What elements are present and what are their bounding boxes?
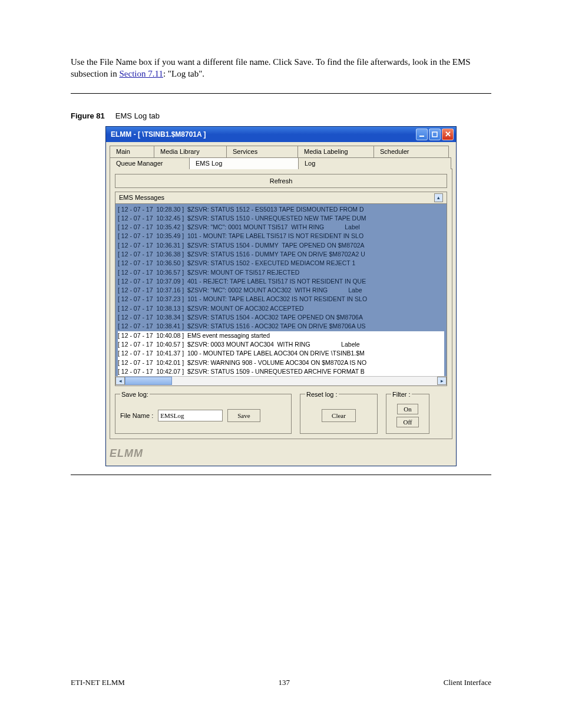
footer-page: 137: [279, 678, 290, 687]
log-line[interactable]: [ 12 - 07 - 17 10:41.37 ] 100 - MOUNTED …: [118, 349, 444, 358]
filter-on-button[interactable]: On: [397, 404, 418, 414]
filter-off-button[interactable]: Off: [396, 417, 418, 427]
log-line[interactable]: [ 12 - 07 - 17 10:37.23 ] 101 - MOUNT: T…: [118, 295, 444, 304]
tab-ems-log[interactable]: EMS Log: [189, 157, 299, 169]
log-line[interactable]: [ 12 - 07 - 17 10:42.07 ] $ZSVR: STATUS …: [118, 367, 444, 376]
tab-scheduler[interactable]: Scheduler: [373, 146, 449, 157]
tab-log[interactable]: Log: [298, 157, 451, 169]
filter-legend: Filter :: [391, 391, 412, 398]
log-line[interactable]: [ 12 - 07 - 17 10:37.16 ] $ZSVR: "MC": 0…: [118, 286, 444, 295]
figure-title: EMS Log tab: [115, 111, 160, 120]
brand-label: ELMM: [110, 447, 452, 460]
minimize-icon: [419, 131, 425, 137]
filename-label: File Name :: [120, 412, 153, 419]
log-line[interactable]: [ 12 - 07 - 17 10:32.45 ] $ZSVR: STATUS …: [118, 214, 444, 223]
log-line[interactable]: [ 12 - 07 - 17 10:42.01 ] $ZSVR: WARNING…: [118, 358, 444, 367]
log-header-label: EMS Messages: [119, 194, 164, 201]
scroll-right-button[interactable]: ▸: [437, 377, 447, 385]
log-line[interactable]: [ 12 - 07 - 17 10:40.08 ] EMS event mess…: [118, 331, 444, 340]
reset-log-legend: Reset log :: [305, 391, 339, 398]
log-line[interactable]: [ 12 - 07 - 17 10:36.31 ] $ZSVR: STATUS …: [118, 241, 444, 250]
intro-paragraph: Use the File Name box if you want a diff…: [71, 56, 491, 80]
chevron-left-icon: ◂: [119, 378, 122, 384]
window-title: ELMM - [ \TSINB1.$M8701A ]: [111, 130, 415, 139]
tabs-row-1: Main Media Library Services Media Labeli…: [110, 146, 452, 157]
maximize-button[interactable]: [429, 129, 441, 140]
save-log-legend: Save log:: [120, 391, 150, 398]
tab-media-library[interactable]: Media Library: [154, 146, 227, 157]
scroll-thumb[interactable]: [125, 377, 172, 385]
log-panel: EMS Messages ▴ [ 12 - 07 - 17 10:28.30 ]…: [115, 192, 447, 386]
intro-text-suffix: : "Log tab".: [163, 69, 204, 78]
tab-services[interactable]: Services: [226, 146, 298, 157]
reset-log-group: Reset log : Clear: [300, 391, 378, 434]
filename-input[interactable]: [158, 410, 223, 421]
page-footer: ETI-NET ELMM 137 Client Interface: [71, 678, 491, 687]
log-line[interactable]: [ 12 - 07 - 17 10:37.09 ] 401 - REJECT: …: [118, 277, 444, 286]
log-line[interactable]: [ 12 - 07 - 17 10:36.57 ] $ZSVR: MOUNT O…: [118, 268, 444, 277]
svg-rect-0: [419, 136, 424, 137]
close-icon: ✕: [445, 130, 451, 138]
log-list[interactable]: [ 12 - 07 - 17 10:28.30 ] $ZSVR: STATUS …: [115, 204, 447, 376]
chevron-up-icon: ▴: [437, 195, 440, 200]
log-line[interactable]: [ 12 - 07 - 17 10:35.42 ] $ZSVR: "MC": 0…: [118, 223, 444, 232]
log-line[interactable]: [ 12 - 07 - 17 10:40.57 ] $ZSVR: 0003 MO…: [118, 340, 444, 349]
h-scrollbar[interactable]: ◂ ▸: [115, 376, 447, 386]
log-line[interactable]: [ 12 - 07 - 17 10:28.30 ] $ZSVR: STATUS …: [118, 205, 444, 214]
scroll-track[interactable]: [125, 377, 437, 385]
log-line[interactable]: [ 12 - 07 - 17 10:38.34 ] $ZSVR: STATUS …: [118, 313, 444, 322]
close-button[interactable]: ✕: [442, 129, 454, 140]
divider-top: [71, 93, 491, 94]
maximize-icon: [432, 131, 438, 137]
minimize-button[interactable]: [416, 129, 428, 140]
scroll-up-button[interactable]: ▴: [434, 193, 443, 202]
log-line[interactable]: [ 12 - 07 - 17 10:35.49 ] 101 - MOUNT: T…: [118, 232, 444, 241]
app-window: ELMM - [ \TSINB1.$M8701A ] ✕ Main Media …: [105, 126, 457, 466]
divider-bottom: [71, 475, 491, 475]
scroll-left-button[interactable]: ◂: [115, 377, 125, 385]
tabs-row-2: Queue Manager EMS Log Log: [110, 157, 452, 169]
svg-rect-1: [432, 132, 437, 137]
filter-group: Filter : On Off: [386, 391, 429, 434]
section-link[interactable]: Section 7.11: [120, 69, 163, 78]
figure-number: Figure 81: [71, 111, 105, 120]
clear-button[interactable]: Clear: [322, 409, 356, 422]
titlebar[interactable]: ELMM - [ \TSINB1.$M8701A ] ✕: [106, 127, 456, 142]
log-line[interactable]: [ 12 - 07 - 17 10:38.13 ] $ZSVR: MOUNT O…: [118, 304, 444, 313]
chevron-right-icon: ▸: [441, 378, 444, 384]
tab-main[interactable]: Main: [110, 146, 154, 157]
save-button[interactable]: Save: [227, 409, 260, 422]
footer-right: Client Interface: [444, 678, 491, 687]
refresh-button[interactable]: Refresh: [115, 174, 447, 188]
figure-caption: Figure 81 EMS Log tab: [71, 111, 491, 120]
footer-left: ETI-NET ELMM: [71, 678, 125, 687]
log-line[interactable]: [ 12 - 07 - 17 10:36.38 ] $ZSVR: STATUS …: [118, 250, 444, 259]
log-line[interactable]: [ 12 - 07 - 17 10:36.50 ] $ZSVR: STATUS …: [118, 259, 444, 268]
log-line[interactable]: [ 12 - 07 - 17 10:38.41 ] $ZSVR: STATUS …: [118, 322, 444, 331]
tab-media-labeling[interactable]: Media Labeling: [297, 146, 374, 157]
save-log-group: Save log: File Name : Save: [115, 391, 292, 434]
tab-queue-manager[interactable]: Queue Manager: [110, 157, 190, 169]
